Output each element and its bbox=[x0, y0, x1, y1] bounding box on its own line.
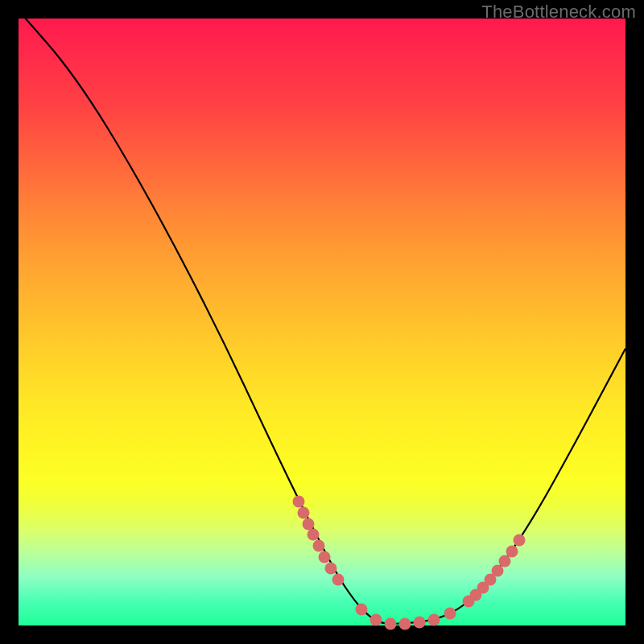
marker-dot bbox=[313, 540, 325, 552]
marker-dots bbox=[293, 496, 526, 630]
marker-dot bbox=[385, 618, 397, 630]
chart-frame bbox=[19, 19, 625, 625]
marker-dot bbox=[514, 535, 526, 547]
marker-dot bbox=[506, 546, 518, 558]
marker-dot bbox=[428, 614, 440, 626]
marker-dot bbox=[308, 529, 320, 541]
marker-dot bbox=[414, 617, 426, 629]
curve-right bbox=[389, 349, 625, 624]
marker-dot bbox=[319, 551, 331, 564]
marker-dot bbox=[370, 614, 382, 626]
marker-dot bbox=[325, 563, 337, 575]
watermark-text: TheBottleneck.com bbox=[481, 2, 636, 23]
marker-dot bbox=[499, 555, 511, 568]
marker-dot bbox=[303, 518, 315, 530]
marker-dot bbox=[293, 496, 305, 508]
marker-dot bbox=[444, 608, 456, 620]
chart-svg bbox=[19, 19, 625, 625]
marker-dot bbox=[332, 574, 345, 586]
marker-dot bbox=[399, 618, 411, 630]
marker-dot bbox=[356, 604, 368, 616]
curve-left bbox=[19, 10, 389, 624]
marker-dot bbox=[298, 507, 310, 519]
marker-dot bbox=[492, 565, 504, 577]
